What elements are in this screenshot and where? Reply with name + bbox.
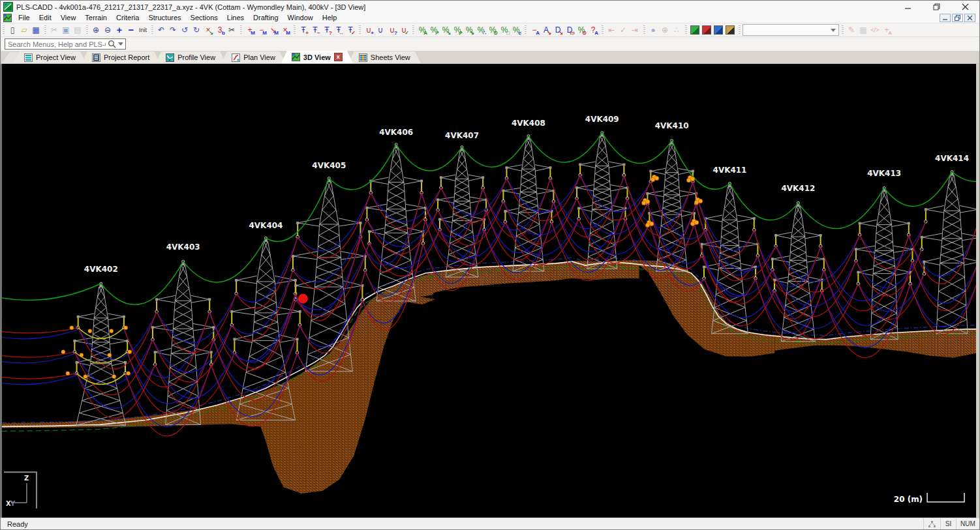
menu-edit[interactable]: Edit xyxy=(35,13,56,23)
query-label-icon[interactable]: ?A xyxy=(587,24,599,36)
copy-icon[interactable]: ▣ xyxy=(60,24,72,36)
sag-tension-icon-8[interactable]: %□ xyxy=(498,24,510,36)
menu-structures[interactable]: Structures xyxy=(144,13,185,23)
delete-terrain-point-icon[interactable]: −M xyxy=(256,24,268,36)
mdi-minimize-button[interactable] xyxy=(940,14,951,22)
tower-4VK409[interactable] xyxy=(575,132,629,269)
mdi-document-icon[interactable] xyxy=(3,14,12,22)
sag-tension-icon-4[interactable]: %⇗ xyxy=(452,24,463,36)
report-combobox[interactable] xyxy=(743,24,839,36)
wire-marker[interactable] xyxy=(80,353,84,357)
menu-file[interactable]: File xyxy=(14,13,35,23)
increase-icon[interactable]: + xyxy=(114,24,125,36)
sheets-window-icon[interactable] xyxy=(724,24,736,36)
insulator-cluster-marker[interactable] xyxy=(651,175,658,181)
add-structure-icon[interactable]: Ŧ+ xyxy=(298,24,309,36)
sag-tension-icon-9[interactable]: %c xyxy=(510,24,522,36)
rotate-down-icon[interactable]: ↻ xyxy=(191,24,202,36)
sag-tension-icon-3[interactable]: %↘ xyxy=(440,24,452,36)
tab-profile-view[interactable]: Profile View xyxy=(155,52,226,63)
restore-button[interactable] xyxy=(922,1,951,13)
sag-tension-icon-5[interactable]: %⇘ xyxy=(463,24,475,36)
orbit-right-icon[interactable]: ↷ xyxy=(167,24,179,36)
rotate-3d-icon[interactable]: 3b xyxy=(214,24,226,36)
decrease-icon[interactable]: − xyxy=(125,24,137,36)
menu-window[interactable]: Window xyxy=(283,13,318,23)
tab-close-icon[interactable]: x xyxy=(334,53,343,61)
tab-project-report[interactable]: Project Report xyxy=(82,52,160,63)
move-structure-icon[interactable]: Ŧ↔ xyxy=(333,24,345,36)
wire-marker[interactable] xyxy=(88,329,92,333)
minimize-button[interactable] xyxy=(893,1,922,13)
menu-lines[interactable]: Lines xyxy=(222,13,249,23)
menu-help[interactable]: Help xyxy=(318,13,342,23)
terrain-point-cloud[interactable] xyxy=(2,260,976,493)
menu-criteria[interactable]: Criteria xyxy=(112,13,144,23)
menu-sections[interactable]: Sections xyxy=(186,13,222,23)
wire-marker[interactable] xyxy=(66,372,70,375)
add-section-icon[interactable]: ∪+ xyxy=(363,24,375,36)
wire-marker[interactable] xyxy=(112,375,116,379)
move-xyz-icon[interactable]: ×↘ xyxy=(202,24,214,36)
orbit-left-icon[interactable]: ↶ xyxy=(155,24,167,36)
menu-drafting[interactable]: Drafting xyxy=(249,13,283,23)
wire-marker[interactable] xyxy=(127,372,130,375)
insulator-cluster-marker[interactable] xyxy=(690,219,698,226)
section-view-icon[interactable]: ∪ xyxy=(375,24,386,36)
rotate-up-icon[interactable]: ↺ xyxy=(179,24,191,36)
wire-marker[interactable] xyxy=(70,326,74,330)
zoom-in-icon[interactable]: ⊕ xyxy=(90,24,102,36)
terrain-window-icon[interactable] xyxy=(689,24,701,36)
percent-target-icon[interactable]: %⊙ xyxy=(575,24,587,36)
tower-4VK407[interactable] xyxy=(436,146,488,277)
erase-terrain-point-icon[interactable]: ×M xyxy=(279,24,291,36)
sag-tension-icon-6[interactable]: %∴ xyxy=(475,24,487,36)
wire-marker[interactable] xyxy=(108,353,112,357)
wire-marker[interactable] xyxy=(128,350,132,354)
clearance-line-icon[interactable]: −A xyxy=(528,24,540,36)
tab-plan-view[interactable]: Plan View xyxy=(221,52,286,63)
section-info-icon[interactable]: ∪? xyxy=(386,24,398,36)
dim-box-icon[interactable]: D▭ xyxy=(564,24,575,36)
structure-info-icon[interactable]: Ŧ? xyxy=(321,24,333,36)
tab-3d-view[interactable]: 3D Viewx xyxy=(281,51,353,63)
check-structure-icon[interactable]: Ŧ✓ xyxy=(345,24,356,36)
open-folder-icon[interactable]: ▱ xyxy=(18,24,30,36)
mdi-restore-button[interactable] xyxy=(952,14,963,22)
wire-marker[interactable] xyxy=(84,375,87,379)
selected-point-marker[interactable] xyxy=(298,293,308,303)
tower-4VK403[interactable] xyxy=(151,260,215,424)
add-terrain-point-icon[interactable]: +M xyxy=(244,24,256,36)
sag-tension-icon-2[interactable]: %↗ xyxy=(428,24,440,36)
plan-window-icon[interactable] xyxy=(701,24,712,36)
menu-terrain[interactable]: Terrain xyxy=(80,13,112,23)
search-dropdown-icon[interactable] xyxy=(118,42,123,46)
insulator-cluster-marker[interactable] xyxy=(641,198,649,205)
wire-marker[interactable] xyxy=(124,326,128,330)
label-arrow-icon[interactable]: A↘ xyxy=(540,24,552,36)
init-button[interactable]: Init xyxy=(137,24,149,36)
cut-plane-icon[interactable]: ✂ xyxy=(226,24,237,36)
tab-sheets-view[interactable]: Sheets View xyxy=(348,52,421,63)
3d-viewport[interactable]: 4VK4024VK4034VK4044VK4054VK4064VK4074VK4… xyxy=(1,64,979,518)
tab-project-view[interactable]: Project View xyxy=(14,52,86,63)
dim-arrow-icon[interactable]: D↘ xyxy=(552,24,564,36)
tower-4VK408[interactable] xyxy=(502,135,555,271)
sag-tension-icon-7[interactable]: %⊙ xyxy=(487,24,498,36)
wire-marker[interactable] xyxy=(110,329,114,333)
move-terrain-point-icon[interactable]: ↘M xyxy=(268,24,279,36)
new-file-icon[interactable]: ▯ xyxy=(7,24,18,36)
search-icon[interactable] xyxy=(108,40,116,48)
mdi-close-button[interactable] xyxy=(964,14,975,22)
sag-tension-icon-1[interactable]: %A xyxy=(416,24,428,36)
check-section-icon[interactable]: ∪✓ xyxy=(398,24,410,36)
search-input[interactable] xyxy=(8,40,106,48)
zoom-out-icon[interactable]: ⊖ xyxy=(102,24,114,36)
combo-dropdown-icon[interactable] xyxy=(831,29,836,32)
menu-view[interactable]: View xyxy=(56,13,81,23)
profile-window-icon[interactable] xyxy=(712,24,724,36)
wire-marker[interactable] xyxy=(61,350,65,354)
save-icon[interactable]: ▦ xyxy=(30,24,42,36)
close-button[interactable] xyxy=(951,1,979,13)
delete-structure-icon[interactable]: Ŧ− xyxy=(309,24,321,36)
